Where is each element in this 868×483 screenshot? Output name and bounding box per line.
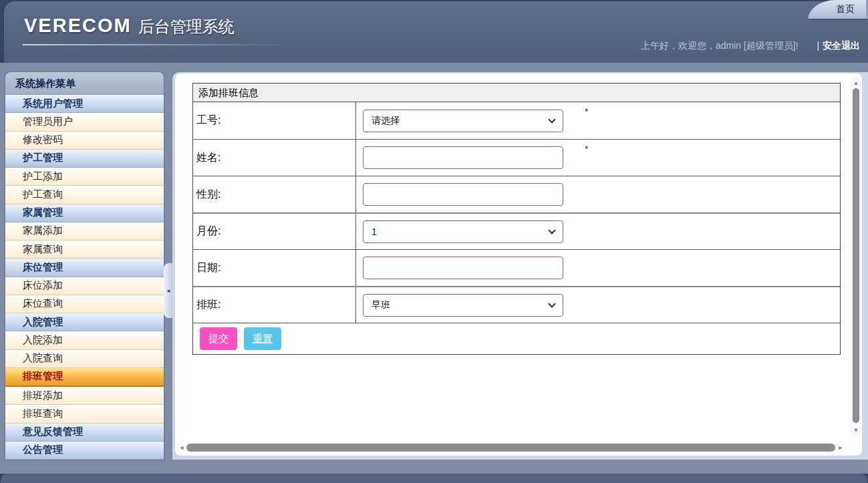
sidebar-item-label: 系统用户管理 bbox=[23, 98, 83, 110]
form-row-gender: 性别: bbox=[193, 176, 840, 212]
chevron-down-icon bbox=[548, 116, 555, 123]
sidebar-item-schedule-mgmt[interactable]: 排班管理 bbox=[5, 368, 164, 387]
tab-home-label: 首页 bbox=[836, 3, 855, 15]
employee-id-cell: 请选择 * bbox=[356, 102, 840, 139]
sidebar-item-feedback-mgmt[interactable]: 意见反馈管理 bbox=[5, 424, 164, 442]
sidebar-item-label: 床位查询 bbox=[23, 297, 63, 310]
shift-label: 排班: bbox=[193, 287, 356, 323]
logout-link[interactable]: 安全退出 bbox=[823, 40, 860, 51]
brand-logo: VERECOM bbox=[24, 15, 132, 37]
vertical-scroll-thumb[interactable] bbox=[853, 88, 859, 423]
sidebar-item-label: 排班查询 bbox=[23, 408, 63, 420]
sidebar-item-label: 入院查询 bbox=[23, 352, 63, 365]
month-select[interactable]: 1 bbox=[363, 220, 563, 243]
sidebar-item-bed-add[interactable]: 床位添加 bbox=[5, 277, 164, 295]
sidebar-item-label: 意见反馈管理 bbox=[23, 426, 83, 438]
sidebar-item-label: 排班管理 bbox=[23, 370, 63, 383]
sidebar-item-caregiver-mgmt[interactable]: 护工管理 bbox=[5, 150, 164, 168]
form-table: 工号: 请选择 * 姓名: * bbox=[192, 102, 841, 355]
greeting-text: 上午好，欢迎您，admin [超级管理员]! bbox=[641, 40, 799, 51]
scroll-left-arrow-icon[interactable]: ◄ bbox=[178, 443, 186, 453]
sidebar-item-system-user-mgmt[interactable]: 系统用户管理 bbox=[5, 95, 164, 113]
sidebar-item-label: 家属添加 bbox=[23, 224, 63, 237]
collapse-left-arrow-icon: ◄ bbox=[166, 288, 171, 294]
tab-home[interactable]: 首页 bbox=[808, 0, 868, 20]
content-area: 添加排班信息 工号: 请选择 * 姓名: bbox=[172, 72, 868, 460]
sidebar-item-label: 家属查询 bbox=[23, 243, 63, 256]
form-row-employee-id: 工号: 请选择 * bbox=[193, 102, 840, 139]
sidebar-collapse-button[interactable]: ◄ bbox=[164, 263, 173, 318]
gender-label: 性别: bbox=[193, 176, 356, 212]
app-title: VERECOM 后台管理系统 bbox=[24, 15, 235, 37]
product-name: 后台管理系统 bbox=[138, 16, 235, 37]
form-row-date: 日期: bbox=[193, 249, 840, 286]
sidebar-item-bed-mgmt[interactable]: 床位管理 bbox=[5, 259, 164, 277]
name-label: 姓名: bbox=[193, 140, 356, 176]
sidebar-item-label: 家属管理 bbox=[23, 206, 63, 219]
reset-button[interactable]: 重置 bbox=[244, 327, 281, 350]
scroll-up-arrow-icon[interactable]: ▲ bbox=[852, 79, 860, 87]
employee-id-select[interactable]: 请选择 bbox=[363, 110, 563, 132]
submit-button[interactable]: 提交 bbox=[200, 327, 237, 350]
sidebar-item-label: 床位管理 bbox=[23, 261, 63, 274]
sidebar-item-admin-user[interactable]: 管理员用户 bbox=[5, 113, 164, 131]
sidebar-item-bed-query[interactable]: 床位查询 bbox=[5, 295, 164, 313]
date-input[interactable] bbox=[363, 257, 563, 279]
month-cell: 1 bbox=[356, 214, 840, 249]
select-value: 早班 bbox=[372, 299, 390, 311]
sidebar-title: 系统操作菜单 bbox=[5, 72, 164, 95]
sidebar-item-schedule-query[interactable]: 排班查询 bbox=[5, 405, 164, 423]
sidebar-item-family-add[interactable]: 家属添加 bbox=[5, 222, 164, 240]
sidebar-item-notice-mgmt[interactable]: 公告管理 bbox=[5, 442, 164, 460]
sidebar-item-schedule-add[interactable]: 排班添加 bbox=[5, 387, 164, 405]
chevron-down-icon bbox=[548, 226, 555, 234]
form-row-name: 姓名: * bbox=[193, 139, 840, 176]
month-label: 月份: bbox=[193, 214, 356, 249]
sidebar-item-change-password[interactable]: 修改密码 bbox=[5, 132, 164, 150]
shift-cell: 早班 bbox=[356, 287, 840, 323]
sidebar-item-label: 修改密码 bbox=[23, 134, 63, 146]
name-input[interactable] bbox=[363, 146, 563, 169]
app-window: 首页 VERECOM 后台管理系统 上午好，欢迎您，admin [超级管理员]!… bbox=[0, 0, 868, 483]
sidebar-item-label: 床位添加 bbox=[23, 279, 63, 292]
vertical-scrollbar[interactable]: ▲ ▼ bbox=[851, 77, 861, 436]
footer-bar bbox=[1, 474, 867, 483]
shift-select[interactable]: 早班 bbox=[363, 294, 563, 317]
horizontal-scrollbar[interactable]: ◄ ► bbox=[178, 443, 845, 453]
sidebar-item-label: 护工管理 bbox=[23, 152, 63, 164]
sidebar-item-family-mgmt[interactable]: 家属管理 bbox=[5, 204, 164, 222]
select-value: 请选择 bbox=[372, 115, 400, 127]
sidebar-item-label: 管理员用户 bbox=[23, 116, 73, 128]
sidebar-item-caregiver-add[interactable]: 护工添加 bbox=[5, 168, 164, 186]
form-row-shift: 排班: 早班 bbox=[193, 286, 840, 323]
scroll-right-arrow-icon[interactable]: ► bbox=[837, 443, 845, 453]
separator: | bbox=[817, 40, 819, 51]
sidebar-item-label: 护工查询 bbox=[23, 188, 63, 201]
sidebar-item-label: 入院添加 bbox=[23, 334, 63, 347]
gender-cell bbox=[356, 176, 840, 212]
sidebar-item-label: 护工添加 bbox=[23, 170, 63, 183]
welcome-bar: 上午好，欢迎您，admin [超级管理员]! | 安全退出 bbox=[641, 40, 860, 52]
gender-input[interactable] bbox=[363, 183, 563, 206]
required-asterisk: * bbox=[585, 144, 588, 154]
sidebar-item-caregiver-query[interactable]: 护工查询 bbox=[5, 186, 164, 204]
employee-id-label: 工号: bbox=[193, 102, 356, 139]
sidebar-item-admission-mgmt[interactable]: 入院管理 bbox=[5, 313, 164, 331]
horizontal-scroll-thumb[interactable] bbox=[186, 444, 835, 452]
form-row-month: 月份: 1 bbox=[193, 212, 840, 249]
header-divider bbox=[23, 44, 290, 45]
chevron-down-icon bbox=[548, 300, 555, 307]
scroll-down-arrow-icon[interactable]: ▼ bbox=[852, 426, 860, 434]
select-value: 1 bbox=[372, 226, 377, 237]
sidebar: 系统操作菜单 系统用户管理 管理员用户 修改密码 护工管理 护工添加 护工查询 … bbox=[5, 72, 164, 460]
date-label: 日期: bbox=[193, 250, 356, 286]
content-panel: 添加排班信息 工号: 请选择 * 姓名: bbox=[175, 73, 862, 456]
sidebar-item-label: 入院管理 bbox=[23, 316, 63, 329]
name-cell: * bbox=[356, 140, 840, 176]
sidebar-item-label: 公告管理 bbox=[23, 444, 63, 456]
sidebar-item-admission-query[interactable]: 入院查询 bbox=[5, 350, 164, 368]
sidebar-item-family-query[interactable]: 家属查询 bbox=[5, 240, 164, 259]
sidebar-item-admission-add[interactable]: 入院添加 bbox=[5, 331, 164, 349]
date-cell bbox=[356, 250, 840, 286]
sidebar-item-label: 排班添加 bbox=[23, 389, 63, 402]
